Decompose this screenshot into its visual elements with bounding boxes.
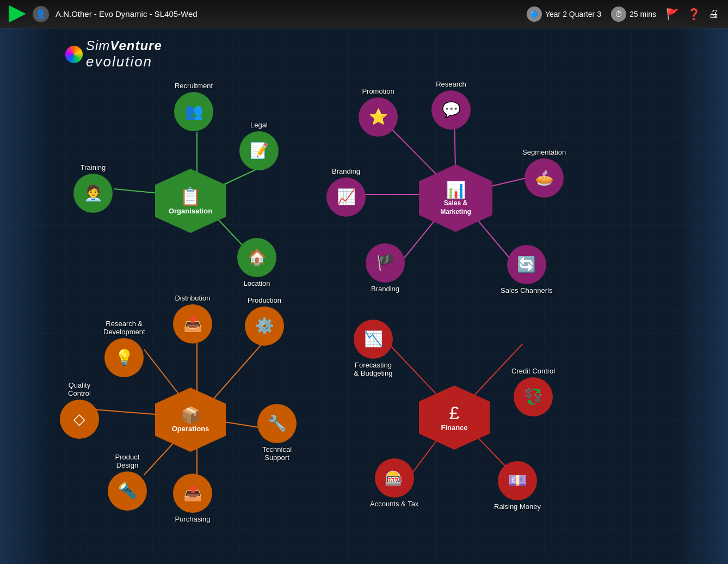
distribution-node[interactable]: Distribution 📤	[173, 294, 212, 344]
year-quarter-badge: 🔷 Year 2 Quarter 3	[527, 7, 601, 22]
sales-channels-node[interactable]: 🔄 Sales Channerls	[501, 245, 552, 295]
accounts-tax-icon: 🎰	[385, 470, 404, 486]
play-button[interactable]	[9, 5, 26, 23]
branding-bottom-icon: 🏴	[376, 255, 395, 271]
topbar-action-icons: 🚩 ❓ 🖨	[666, 8, 719, 21]
time-badge: ⏱ 25 mins	[611, 7, 656, 22]
product-design-icon: 🔦	[118, 483, 137, 499]
forecasting-icon: 📉	[364, 332, 383, 347]
quality-control-node[interactable]: QualityControl ◇	[60, 381, 99, 439]
logo-text: SimVentureevolution	[86, 38, 162, 70]
legal-node[interactable]: Legal 📝	[239, 121, 279, 170]
raising-money-node[interactable]: 💷 Raising Money	[494, 461, 541, 511]
branding-bottom-node[interactable]: 🏴 Branding	[366, 243, 405, 293]
training-icon: 🧑‍💼	[84, 186, 103, 201]
promotion-node[interactable]: Promotion ⭐	[359, 87, 398, 137]
raising-money-icon: 💷	[508, 473, 527, 488]
research-dev-node[interactable]: Research &Development 💡	[103, 320, 145, 377]
location-node[interactable]: 🏠 Location	[237, 238, 276, 287]
branding-top-node[interactable]: Branding 📈	[326, 167, 366, 217]
accounts-tax-node[interactable]: 🎰 Accounts & Tax	[370, 458, 418, 508]
technical-support-icon: 🔧	[268, 416, 287, 431]
credit-control-node[interactable]: Credit Control 💱	[511, 367, 555, 416]
forecasting-node[interactable]: 📉 Forecasting& Budgeting	[354, 320, 393, 377]
credit-control-icon: 💱	[524, 389, 543, 404]
production-node[interactable]: Production ⚙️	[245, 296, 284, 346]
training-node[interactable]: Training 🧑‍💼	[73, 163, 113, 213]
location-icon: 🏠	[248, 250, 267, 265]
sales-marketing-node[interactable]: 📊 Sales &Marketing	[419, 164, 492, 232]
time-label: 25 mins	[630, 10, 656, 19]
user-icon: 👤	[33, 6, 49, 22]
left-decoration	[0, 28, 54, 564]
branding-top-icon: 📈	[337, 189, 356, 205]
promotion-icon: ⭐	[369, 109, 388, 125]
purchasing-icon: 📤	[183, 486, 202, 501]
purchasing-node[interactable]: 📤 Purchasing	[173, 474, 212, 523]
distribution-icon: 📤	[183, 316, 202, 332]
research-node[interactable]: Research 💬	[431, 80, 471, 130]
flag-icon[interactable]: 🚩	[666, 8, 680, 21]
main-content: SimVentureevolution 📋 Organisa	[0, 28, 728, 564]
operations-node[interactable]: 📦 Operations	[155, 388, 226, 452]
production-icon: ⚙️	[255, 318, 274, 334]
research-icon: 💬	[442, 102, 461, 118]
help-icon[interactable]: ❓	[687, 8, 701, 21]
legal-icon: 📝	[250, 143, 269, 158]
print-icon[interactable]: 🖨	[708, 8, 719, 20]
right-decoration	[674, 28, 728, 564]
logo-icon	[65, 46, 83, 63]
segmentation-node[interactable]: Segmentation 🥧	[522, 148, 566, 198]
recruitment-node[interactable]: Recruitment 👥	[174, 82, 213, 131]
research-dev-icon: 💡	[115, 350, 134, 365]
technical-support-node[interactable]: 🔧 TechnicalSupport	[257, 404, 297, 462]
organisation-node[interactable]: 📋 Organisation	[155, 169, 226, 233]
badge-icon: 🔷	[527, 7, 542, 22]
finance-node[interactable]: £ Finance	[419, 385, 490, 450]
sales-channels-icon: 🔄	[517, 257, 536, 272]
clock-icon: ⏱	[611, 7, 626, 22]
segmentation-icon: 🥧	[535, 170, 554, 186]
product-design-node[interactable]: ProductDesign 🔦	[108, 453, 147, 511]
topbar-right: 🔷 Year 2 Quarter 3 ⏱ 25 mins 🚩 ❓ 🖨	[527, 7, 719, 22]
logo: SimVentureevolution	[65, 38, 162, 70]
quality-control-icon: ◇	[73, 412, 85, 427]
topbar: 👤 A.N.Other - Evo Dynamic - SL405-Wed 🔷 …	[0, 0, 728, 28]
year-quarter-label: Year 2 Quarter 3	[545, 10, 601, 19]
topbar-title: A.N.Other - Evo Dynamic - SL405-Wed	[55, 9, 520, 19]
recruitment-icon: 👥	[184, 104, 203, 119]
